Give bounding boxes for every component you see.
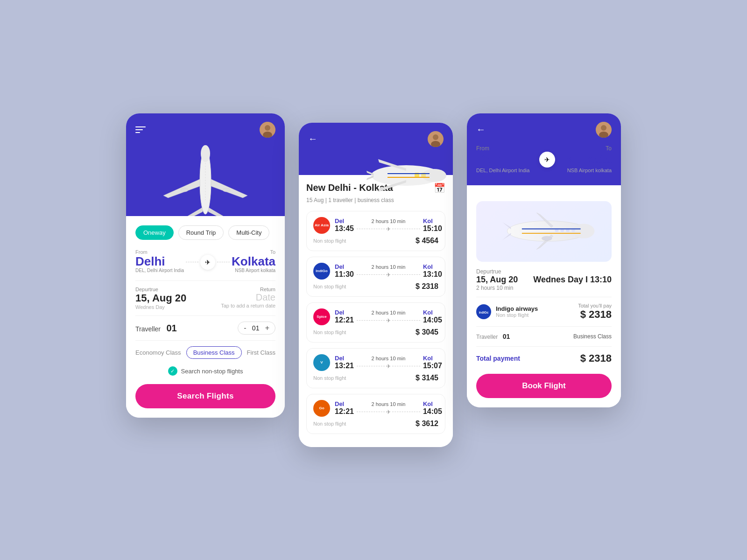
traveller-info: Traveller 01	[135, 323, 177, 334]
dotted-line-3	[357, 366, 385, 366]
class-business[interactable]: Business Class	[186, 346, 242, 359]
results-airplane	[364, 152, 448, 201]
svg-text:IndiGo: IndiGo	[479, 311, 488, 314]
arr-info-2: Kol 14:05	[423, 309, 442, 324]
airline-logo-3: V	[313, 354, 330, 371]
dotted-line2-1	[392, 274, 420, 275]
dotted-line2-3	[392, 366, 420, 366]
price-1: $ 2318	[416, 282, 438, 291]
dep-city-1: Del	[335, 263, 354, 270]
avatar3[interactable]	[596, 122, 612, 138]
nonstop-3: Non stop flight	[313, 375, 346, 381]
total-payment-row: Total payment $ 2318	[476, 352, 612, 364]
arr-city-3: Kol	[423, 355, 442, 362]
avatar[interactable]	[260, 122, 275, 138]
nonstop-check-icon: ✓	[168, 366, 177, 376]
svg-point-6	[181, 188, 188, 192]
flight-card-0[interactable]: Air Asia Del 13:45 2 hours 10 min ✈	[306, 211, 445, 251]
return-date: Date	[221, 292, 275, 303]
class-economy[interactable]: Economoy Class	[135, 349, 181, 356]
duration-text-2: 2 hours 10 min	[372, 310, 406, 315]
flight-card-2[interactable]: Spice Del 12:21 2 hours 10 min ✈	[306, 302, 445, 343]
nonstop-label: Search non-stop flights	[181, 368, 243, 375]
class-first[interactable]: First Class	[247, 349, 275, 356]
menu-icon[interactable]	[135, 126, 146, 133]
booking-to-label: To	[564, 145, 612, 152]
tab-roundtrip[interactable]: Round Trip	[178, 225, 224, 240]
tab-oneway[interactable]: Oneway	[135, 225, 174, 240]
total-pay-value: $ 2318	[578, 308, 612, 321]
dotted-line-1	[357, 274, 385, 275]
dep-time-3: 13:21	[335, 362, 354, 370]
arr-time-4: 14:05	[423, 407, 442, 416]
screen3-header-top: ←	[476, 122, 612, 138]
booking-to-airport: NSB Airport kolkata	[564, 168, 612, 173]
traveller-booking-row: Traveller 01 Business Class	[476, 332, 612, 341]
dotted-line-4	[357, 412, 385, 412]
search-flights-button[interactable]: Search Flights	[135, 384, 275, 408]
stepper-minus[interactable]: -	[244, 324, 246, 332]
plane-icon-4: ✈	[386, 409, 391, 415]
route-section: From Delhi DEL, Delhi Airport India ✈ To…	[135, 249, 275, 273]
avatar2[interactable]	[428, 131, 444, 147]
nonstop-1: Non stop flight	[313, 284, 346, 289]
route-arrow: ✈	[184, 255, 232, 270]
from-city: Delhi	[135, 255, 184, 268]
return-block[interactable]: Return Date Tap to add a return date	[221, 287, 275, 310]
screen2-header: ←	[299, 123, 453, 175]
total-payment-value: $ 2318	[580, 352, 612, 364]
screen1-header	[126, 113, 285, 216]
stepper-plus[interactable]: +	[265, 324, 269, 332]
arr-city-4: Kol	[423, 400, 442, 407]
divider1	[135, 280, 275, 281]
booking-route: From Delhi DEL, Delhi Airport India ✈ To…	[476, 145, 612, 173]
departure-row: Depurtrue 15, Aug 20 2 hours 10 min Wedn…	[476, 268, 612, 291]
book-flight-button[interactable]: Book Flight	[476, 374, 612, 398]
dep-city-4: Del	[335, 400, 354, 407]
dep-time-1: 11:30	[335, 270, 354, 279]
to-label: To	[232, 249, 275, 255]
booking-plane-area	[476, 201, 612, 262]
airline-row: IndiGo Indigo airways Non stop flight To…	[476, 303, 612, 321]
dep-time-0: 13:45	[335, 224, 354, 233]
flight-route-4: Del 12:21 2 hours 10 min ✈ Kol 14:05	[335, 400, 442, 416]
flight-card-1[interactable]: IndiGo Del 11:30 2 hours 10 min ✈	[306, 257, 445, 297]
departure-daytime: Wednes Day I 13:10	[533, 275, 612, 285]
departure-label3: Depurtrue	[476, 268, 518, 275]
dep-city-3: Del	[335, 355, 354, 362]
flight-card-4[interactable]: Go Del 12:21 2 hours 10 min ✈	[306, 394, 445, 434]
arr-city-1: Kol	[423, 263, 442, 270]
airline-name: Indigo airways	[496, 305, 538, 312]
plane-icon: ✈	[200, 255, 215, 270]
dotted-line-2	[357, 320, 385, 321]
tab-multicity[interactable]: Multi-City	[228, 225, 269, 240]
flight-card-3[interactable]: V Del 13:21 2 hours 10 min ✈	[306, 348, 445, 388]
total-payment-label: Total payment	[476, 355, 520, 362]
screen3-booking: ← From Delhi DEL, Delhi Airport India ✈	[467, 113, 621, 407]
svg-point-16	[601, 125, 606, 131]
svg-point-1	[265, 125, 270, 131]
booking-from-label: From	[476, 145, 529, 152]
dotted-line2-4	[392, 412, 420, 412]
arr-time-2: 14:05	[423, 316, 442, 324]
airline-logo-2: Spice	[313, 308, 330, 325]
divider-b2	[476, 326, 612, 327]
departure-label: Depurtrue	[135, 287, 186, 292]
departure-day: Wednes Day	[135, 304, 186, 310]
back-button[interactable]: ←	[308, 133, 317, 144]
plane-icon-0: ✈	[386, 226, 391, 232]
svg-point-4	[201, 145, 210, 162]
duration-1: 2 hours 10 min ✈	[357, 264, 420, 278]
duration-text-1: 2 hours 10 min	[372, 264, 406, 270]
price-0: $ 4564	[416, 237, 438, 245]
departure-info: Depurtrue 15, Aug 20 2 hours 10 min	[476, 268, 518, 291]
duration-0: 2 hours 10 min ✈	[357, 218, 420, 232]
route-line-right	[217, 262, 230, 262]
flight-route-3: Del 13:21 2 hours 10 min ✈ Kol 15:07	[335, 355, 442, 370]
screen2-results: ←	[299, 123, 453, 447]
class-section: Economoy Class Business Class First Clas…	[135, 346, 275, 359]
booking-to: To Kolkata NSB Airport kolkata	[564, 145, 612, 173]
traveller-section: Traveller 01 - 01 +	[135, 322, 275, 335]
back-button3[interactable]: ←	[476, 124, 486, 135]
to-city: Kolkata	[232, 255, 275, 268]
